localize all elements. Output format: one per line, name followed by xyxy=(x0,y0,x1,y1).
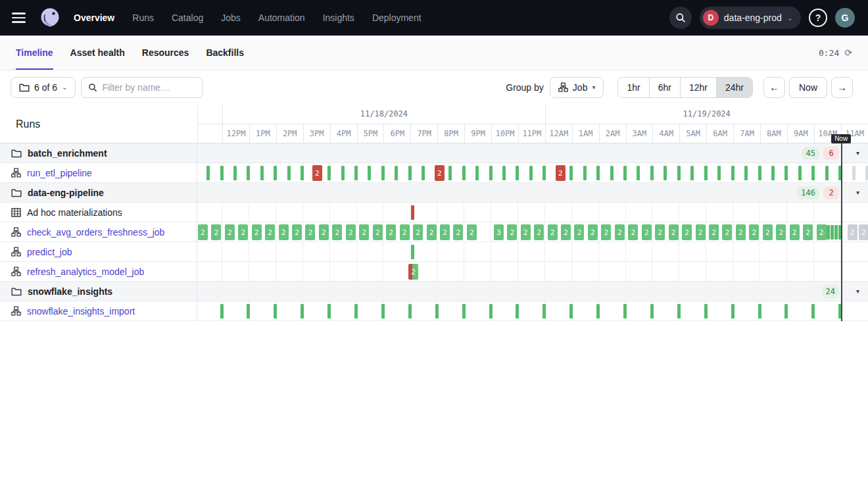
run-box[interactable]: 2 xyxy=(628,224,638,240)
run-tick[interactable] xyxy=(596,166,600,180)
tab-backfills[interactable]: Backfills xyxy=(206,36,244,70)
range-24hr[interactable]: 24hr xyxy=(716,78,752,97)
search-icon[interactable] xyxy=(669,7,692,29)
run-tick[interactable] xyxy=(462,304,466,318)
tab-asset-health[interactable]: Asset health xyxy=(70,36,125,70)
run-tick[interactable] xyxy=(798,166,802,180)
run-tick[interactable] xyxy=(408,166,412,180)
run-tick[interactable] xyxy=(704,304,708,318)
timeline-prev-button[interactable]: ← xyxy=(763,77,785,98)
run-tick[interactable] xyxy=(448,166,452,180)
refresh-icon[interactable]: ⟳ xyxy=(844,47,852,58)
run-tick[interactable] xyxy=(274,304,277,318)
run-box[interactable]: 2 xyxy=(225,224,235,240)
run-box[interactable]: 2 xyxy=(238,224,248,240)
nav-item-catalog[interactable]: Catalog xyxy=(172,13,203,23)
run-tick[interactable] xyxy=(610,166,614,180)
run-box[interactable]: 2 xyxy=(507,224,517,240)
run-tick[interactable] xyxy=(489,304,493,318)
run-tick[interactable] xyxy=(834,225,838,240)
run-tick[interactable] xyxy=(542,304,546,318)
run-tick[interactable] xyxy=(825,166,829,180)
run-box[interactable]: 2 xyxy=(359,224,369,240)
run-tick[interactable] xyxy=(529,166,533,180)
run-tick[interactable] xyxy=(583,166,587,180)
run-tick[interactable] xyxy=(220,166,224,180)
run-box[interactable]: 2 xyxy=(696,224,706,240)
collapse-caret-icon[interactable]: ▾ xyxy=(856,282,859,301)
run-tick[interactable] xyxy=(784,166,788,180)
run-tick[interactable] xyxy=(395,166,398,180)
run-box[interactable]: 2 xyxy=(615,224,625,240)
run-box[interactable]: 2 xyxy=(601,224,611,240)
run-tick[interactable] xyxy=(758,166,761,180)
run-tick[interactable] xyxy=(206,166,210,180)
run-box[interactable]: 2 xyxy=(332,224,342,240)
job-link[interactable]: predict_job xyxy=(27,247,72,257)
range-12hr[interactable]: 12hr xyxy=(680,78,716,97)
job-link[interactable]: run_etl_pipeline xyxy=(27,168,92,178)
job-link[interactable]: snowflake_insights_import xyxy=(27,306,135,317)
run-box[interactable]: 2 xyxy=(588,224,598,240)
run-box[interactable]: 2 xyxy=(859,224,868,240)
run-box[interactable]: 2 xyxy=(400,224,410,240)
run-tick[interactable] xyxy=(637,166,640,180)
run-tick[interactable] xyxy=(650,166,654,180)
run-box[interactable]: 2 xyxy=(427,224,437,240)
job-link[interactable]: refresh_analytics_model_job xyxy=(27,267,144,277)
run-box[interactable]: 2 xyxy=(198,224,208,240)
run-box[interactable]: 2 xyxy=(305,224,315,240)
run-tick[interactable] xyxy=(516,166,519,180)
run-tick[interactable] xyxy=(411,205,414,220)
run-tick[interactable] xyxy=(784,304,788,318)
run-tick[interactable] xyxy=(274,166,277,180)
run-tick[interactable] xyxy=(233,166,237,180)
run-box[interactable]: 2 xyxy=(440,224,450,240)
run-tick[interactable] xyxy=(516,304,519,318)
tab-resources[interactable]: Resources xyxy=(142,36,189,70)
run-box[interactable]: 2 xyxy=(817,224,827,240)
run-tick[interactable] xyxy=(502,166,506,180)
run-tick[interactable] xyxy=(677,166,681,180)
collapse-caret-icon[interactable]: ▾ xyxy=(856,183,859,202)
run-tick[interactable] xyxy=(287,166,291,180)
filter-input[interactable] xyxy=(102,82,194,93)
run-tick[interactable] xyxy=(596,304,600,318)
run-tick[interactable] xyxy=(771,166,775,180)
run-tick[interactable] xyxy=(569,304,573,318)
nav-item-overview[interactable]: Overview xyxy=(74,13,114,23)
run-tick[interactable] xyxy=(327,166,331,180)
run-tick[interactable] xyxy=(411,245,414,259)
run-tick[interactable] xyxy=(354,166,358,180)
range-6hr[interactable]: 6hr xyxy=(649,78,680,97)
run-tick[interactable] xyxy=(301,166,304,180)
dagster-logo-icon[interactable] xyxy=(38,6,62,30)
run-box[interactable]: 2 xyxy=(556,165,566,181)
run-box[interactable]: 2 xyxy=(534,224,544,240)
run-tick[interactable] xyxy=(247,304,250,318)
run-box[interactable]: 2 xyxy=(776,224,786,240)
run-box[interactable]: 2 xyxy=(736,224,746,240)
timeline-now-button[interactable]: Now xyxy=(789,77,827,98)
run-box[interactable]: 2 xyxy=(386,224,396,240)
range-1hr[interactable]: 1hr xyxy=(618,78,648,97)
run-box[interactable]: 2 xyxy=(669,224,679,240)
run-tick[interactable] xyxy=(811,166,815,180)
run-tick[interactable] xyxy=(690,166,694,180)
tab-timeline[interactable]: Timeline xyxy=(16,36,53,70)
run-box[interactable]: 2 xyxy=(211,224,221,240)
run-box[interactable]: 2 xyxy=(373,224,383,240)
run-tick[interactable] xyxy=(341,166,345,180)
run-tick[interactable] xyxy=(408,304,412,318)
run-tick[interactable] xyxy=(811,304,815,318)
run-box[interactable]: 2 xyxy=(319,224,329,240)
run-box[interactable]: 2 xyxy=(265,224,275,240)
run-box[interactable]: 3 xyxy=(494,224,504,240)
deployment-switcher[interactable]: D data-eng-prod ⌄ xyxy=(700,7,801,29)
help-icon[interactable]: ? xyxy=(809,9,827,27)
run-tick[interactable] xyxy=(865,166,868,180)
run-tick[interactable] xyxy=(758,304,761,318)
run-tick[interactable] xyxy=(704,166,708,180)
code-location-filter-button[interactable]: 6 of 6 ⌄ xyxy=(11,77,76,98)
group-by-dropdown[interactable]: Job ▾ xyxy=(550,77,604,98)
